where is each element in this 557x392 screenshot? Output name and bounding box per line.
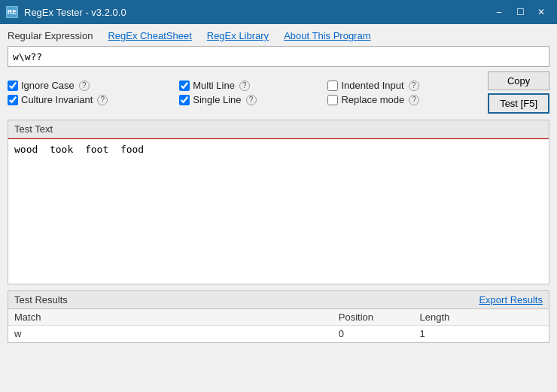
test-button[interactable]: Test [F5] <box>488 93 549 114</box>
copy-button[interactable]: Copy <box>488 71 549 90</box>
replace-mode-checkbox[interactable] <box>327 95 338 105</box>
replace-mode-help-icon[interactable]: ? <box>409 95 419 105</box>
culture-invariant-checkbox[interactable] <box>8 95 18 105</box>
main-content: Regular Expression RegEx CheatSheet RegE… <box>0 24 557 349</box>
app-icon: RE <box>6 6 18 18</box>
replace-mode-label: Replace mode <box>341 94 404 105</box>
indented-input-help-icon[interactable]: ? <box>409 81 419 91</box>
ignore-case-help-icon[interactable]: ? <box>79 81 90 91</box>
options-checkboxes: Ignore Case ? Multi Line ? Indented Inpu… <box>8 80 480 105</box>
results-label: Test Results <box>14 294 68 305</box>
culture-invariant-label: Culture Invariant <box>21 94 93 105</box>
multi-line-help-icon[interactable]: ? <box>239 81 250 91</box>
single-line-help-icon[interactable]: ? <box>246 95 257 105</box>
multi-line-label: Multi Line <box>193 80 235 91</box>
buttons-area: Copy Test [F5] <box>488 71 549 114</box>
window-controls: – ☐ ✕ <box>489 4 551 20</box>
maximize-button[interactable]: ☐ <box>510 4 530 20</box>
single-line-label: Single Line <box>193 94 241 105</box>
col-header-extra <box>495 309 549 326</box>
result-match: w <box>8 326 333 342</box>
options-area: Ignore Case ? Multi Line ? Indented Inpu… <box>8 71 549 114</box>
multi-line-item: Multi Line ? <box>179 80 317 91</box>
export-results-link[interactable]: Export Results <box>479 294 543 305</box>
library-link[interactable]: RegEx Library <box>207 30 269 41</box>
app-title: RegEx Tester - v3.2.0.0 <box>24 7 126 18</box>
about-link[interactable]: About This Program <box>284 30 370 41</box>
top-nav: Regular Expression RegEx CheatSheet RegE… <box>8 30 549 41</box>
col-header-length: Length <box>414 309 495 326</box>
test-text-area[interactable]: wood took foot food <box>8 138 549 281</box>
table-row: w 0 1 <box>8 326 549 342</box>
culture-invariant-help-icon[interactable]: ? <box>97 95 108 105</box>
col-header-position: Position <box>333 309 414 326</box>
results-section: Test Results Export Results Match Positi… <box>8 290 549 343</box>
indented-input-label: Indented Input <box>341 80 403 91</box>
results-header: Test Results Export Results <box>8 291 549 309</box>
regex-input-row <box>8 46 549 67</box>
indented-input-checkbox[interactable] <box>327 81 338 91</box>
nav-label: Regular Expression <box>8 30 93 41</box>
replace-mode-item: Replace mode ? <box>327 94 480 105</box>
minimize-button[interactable]: – <box>489 4 509 20</box>
culture-invariant-item: Culture Invariant ? <box>8 94 169 105</box>
test-text-header: Test Text <box>8 120 549 138</box>
ignore-case-checkbox[interactable] <box>8 81 18 91</box>
col-header-match: Match <box>8 309 333 326</box>
ignore-case-label: Ignore Case <box>21 80 75 91</box>
result-length: 1 <box>414 326 495 342</box>
close-button[interactable]: ✕ <box>531 4 551 20</box>
ignore-case-item: Ignore Case ? <box>8 80 169 91</box>
indented-input-item: Indented Input ? <box>327 80 480 91</box>
title-bar: RE RegEx Tester - v3.2.0.0 – ☐ ✕ <box>0 0 557 24</box>
multi-line-checkbox[interactable] <box>179 81 190 91</box>
result-position: 0 <box>333 326 414 342</box>
regex-input[interactable] <box>8 46 549 67</box>
single-line-checkbox[interactable] <box>179 95 190 105</box>
results-table: Match Position Length w 0 1 <box>8 309 549 342</box>
result-extra <box>495 326 549 342</box>
test-text-section: Test Text wood took foot food <box>8 120 549 284</box>
single-line-item: Single Line ? <box>179 94 317 105</box>
cheatsheet-link[interactable]: RegEx CheatSheet <box>108 30 191 41</box>
